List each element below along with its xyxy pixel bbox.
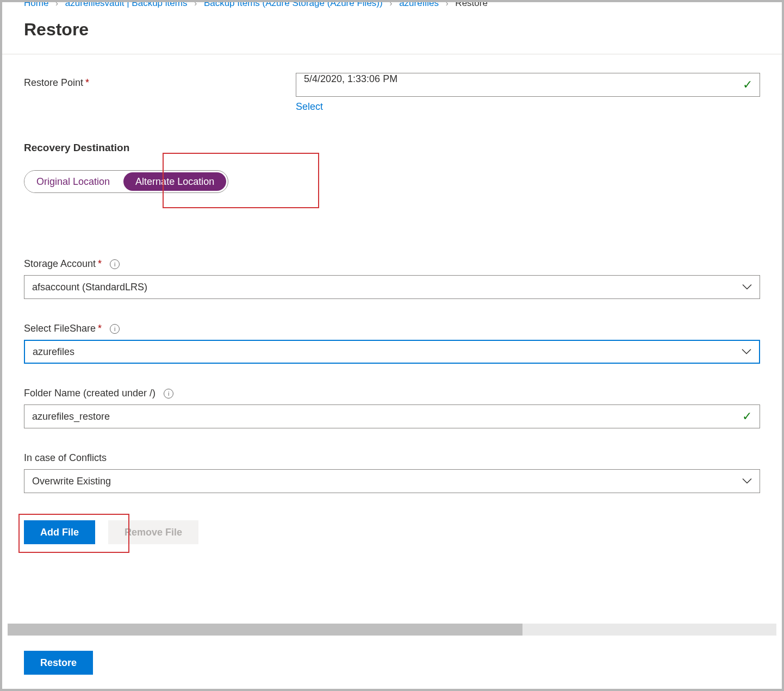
chevron-down-icon (742, 346, 751, 358)
recovery-destination-label: Recovery Destination (24, 142, 760, 154)
folder-name-label: Folder Name (created under /) i (24, 388, 760, 399)
breadcrumb: Home › azurefilesvault | Backup items › … (2, 0, 782, 12)
horizontal-scrollbar[interactable] (8, 624, 776, 636)
annotation-highlight (163, 153, 319, 208)
breadcrumb-azurefiles[interactable]: azurefiles (399, 0, 439, 8)
restore-point-label: Restore Point* (24, 73, 296, 89)
fileshare-label: Select FileShare* i (24, 323, 760, 334)
pill-original-location[interactable]: Original Location (24, 171, 122, 192)
restore-button[interactable]: Restore (24, 651, 93, 675)
restore-point-field[interactable]: 5/4/2020, 1:33:06 PM (296, 73, 760, 97)
folder-name-input[interactable]: azurefiles_restore ✓ (24, 404, 760, 428)
conflicts-label: In case of Conflicts (24, 452, 760, 464)
chevron-down-icon (742, 476, 752, 487)
info-icon[interactable]: i (164, 389, 173, 399)
info-icon[interactable]: i (110, 259, 120, 269)
annotation-highlight (18, 514, 129, 553)
storage-account-label: Storage Account* i (24, 258, 760, 270)
info-icon[interactable]: i (110, 324, 120, 334)
chevron-right-icon: › (55, 0, 58, 8)
fileshare-dropdown[interactable]: azurefiles (24, 340, 760, 364)
chevron-right-icon: › (389, 0, 392, 8)
breadcrumb-home[interactable]: Home (24, 0, 48, 8)
chevron-right-icon: › (446, 0, 449, 8)
storage-account-dropdown[interactable]: afsaccount (StandardLRS) (24, 275, 760, 299)
checkmark-icon: ✓ (742, 409, 752, 424)
page-title: Restore (2, 12, 782, 54)
breadcrumb-backup-items[interactable]: Backup Items (Azure Storage (Azure Files… (204, 0, 383, 8)
breadcrumb-current: Restore (455, 0, 488, 8)
scrollbar-thumb[interactable] (8, 624, 522, 636)
breadcrumb-vault[interactable]: azurefilesvault | Backup items (65, 0, 188, 8)
chevron-down-icon (742, 282, 752, 293)
chevron-right-icon: › (194, 0, 197, 8)
conflicts-dropdown[interactable]: Overwrite Existing (24, 469, 760, 493)
checkmark-icon: ✓ (743, 78, 752, 92)
select-restore-point-link[interactable]: Select (296, 101, 323, 113)
